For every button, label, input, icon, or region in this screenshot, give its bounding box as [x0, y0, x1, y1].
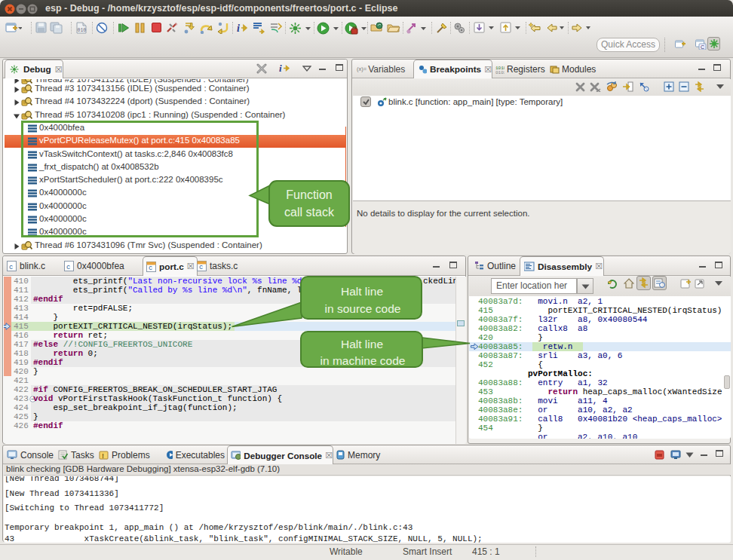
svg-text:call stack: call stack [284, 206, 335, 219]
svg-text:Halt line: Halt line [341, 285, 383, 298]
svg-text:010: 010 [78, 28, 87, 33]
svg-text:Function: Function [286, 188, 332, 201]
svg-text:c: c [9, 264, 13, 271]
svg-text:c: c [199, 264, 203, 271]
svg-text:C: C [701, 44, 704, 50]
svg-text:0101: 0101 [495, 70, 505, 74]
svg-text:!: ! [102, 452, 104, 460]
svg-text:i: i [237, 23, 240, 34]
svg-text:in machine code: in machine code [320, 354, 406, 367]
svg-text:c: c [149, 265, 152, 272]
svg-text:in source code: in source code [325, 302, 401, 315]
svg-text:c: c [66, 264, 70, 271]
svg-text:i: i [279, 63, 282, 74]
svg-text:Halt line: Halt line [341, 338, 383, 350]
